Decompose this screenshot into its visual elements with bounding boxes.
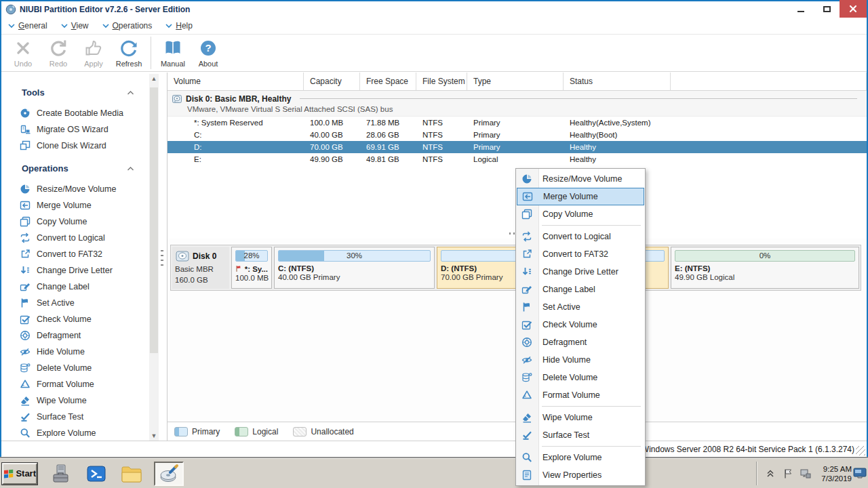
- app-icon: [5, 4, 16, 15]
- column-header-status[interactable]: Status: [564, 73, 671, 90]
- context-item-change-label[interactable]: Change Label: [516, 281, 645, 298]
- disk0-info[interactable]: Disk 0 Basic MBR 160.0 GB: [172, 247, 229, 289]
- taskbar-item-niubi-active[interactable]: [154, 462, 184, 486]
- table-row-e[interactable]: E: 49.90 GB 49.81 GB NTFS Logical Health…: [167, 153, 867, 165]
- start-button[interactable]: Start: [2, 463, 37, 485]
- minimize-button[interactable]: [788, 0, 814, 18]
- menu-help[interactable]: Help: [165, 21, 193, 30]
- apply-button[interactable]: Apply: [76, 35, 111, 71]
- close-button[interactable]: [840, 0, 867, 18]
- sidebar-item-format-volume[interactable]: Format Volume: [1, 376, 167, 392]
- format-volume-icon: [521, 390, 532, 401]
- folder-icon: [121, 464, 142, 483]
- sidebar-item-copy-volume[interactable]: Copy Volume: [1, 214, 167, 230]
- sidebar-item-set-active[interactable]: Set Active: [1, 295, 167, 311]
- server-manager-icon: [51, 464, 71, 484]
- table-row-system-reserved[interactable]: *: System Reserved 100.0 MB 71.88 MB NTF…: [167, 117, 867, 129]
- tray-clock[interactable]: 9:25 AM 7/3/2019: [821, 464, 852, 483]
- chevron-up-icon[interactable]: [127, 166, 134, 171]
- sidebar-item-create-bootable-media[interactable]: Create Bootable Media: [1, 105, 167, 121]
- taskbar-item-server-manager[interactable]: [50, 462, 73, 485]
- disk-group-subtitle: VMware, VMware Virtual S Serial Attached…: [172, 105, 867, 113]
- properties-icon: [521, 470, 532, 481]
- context-item-set-active[interactable]: Set Active: [516, 298, 645, 316]
- sidebar-item-convert-to-logical[interactable]: Convert to Logical: [1, 230, 167, 246]
- flag-icon: [20, 298, 31, 308]
- context-item-wipe-volume[interactable]: Wipe Volume: [516, 409, 645, 426]
- column-header-file-system[interactable]: File System: [416, 73, 467, 90]
- context-item-check-volume[interactable]: Check Volume: [516, 316, 645, 333]
- partition-e[interactable]: 0% E: (NTFS) 49.90 GB Logical: [671, 247, 859, 289]
- context-item-convert-to-fat32[interactable]: Convert to FAT32: [516, 245, 645, 263]
- sidebar-item-wipe-volume[interactable]: Wipe Volume: [1, 392, 167, 409]
- sidebar-item-change-drive-letter[interactable]: Change Drive Letter: [1, 262, 167, 279]
- chevron-up-icon[interactable]: [127, 90, 134, 95]
- manual-button[interactable]: Manual: [155, 35, 191, 71]
- redo-button[interactable]: Redo: [41, 35, 76, 71]
- column-header-type[interactable]: Type: [467, 73, 564, 90]
- sidebar-item-migrate-os-wizard[interactable]: Migrate OS Wizard: [1, 121, 167, 138]
- context-item-copy-volume[interactable]: Copy Volume: [516, 205, 645, 223]
- disk-size: 160.0 GB: [175, 275, 229, 285]
- context-item-convert-to-logical[interactable]: Convert to Logical: [516, 228, 645, 245]
- menu-label: View: [71, 21, 89, 30]
- delete-volume-icon: [521, 372, 532, 383]
- about-button[interactable]: ? About: [191, 35, 226, 71]
- context-item-resize-move-volume[interactable]: Resize/Move Volume: [516, 170, 645, 188]
- sidebar-item-resize-move-volume[interactable]: Resize/Move Volume: [1, 181, 167, 197]
- action-center-flag-icon[interactable]: [782, 468, 794, 480]
- context-item-explore-volume[interactable]: Explore Volume: [516, 449, 645, 466]
- sidebar-item-change-label[interactable]: Change Label: [1, 279, 167, 295]
- menu-general[interactable]: General: [8, 21, 47, 30]
- sidebar-item-clone-disk-wizard[interactable]: Clone Disk Wizard: [1, 138, 167, 154]
- context-item-delete-volume[interactable]: Delete Volume: [516, 369, 645, 386]
- sidebar-splitter[interactable]: [161, 250, 163, 268]
- sidebar-section-operations[interactable]: Operations: [22, 163, 134, 174]
- tray-expand-chevron-icon[interactable]: [764, 468, 776, 480]
- context-item-view-properties[interactable]: View Properties: [516, 466, 645, 484]
- sidebar-item-surface-test[interactable]: Surface Test: [1, 409, 167, 425]
- sidebar-item-defragment[interactable]: Defragment: [1, 327, 167, 344]
- sidebar-item-explore-volume[interactable]: Explore Volume: [1, 425, 167, 441]
- scroll-up-arrow[interactable]: ▲: [149, 74, 159, 83]
- sidebar-scrollbar[interactable]: ▲ ▼: [149, 74, 159, 441]
- context-item-change-drive-letter[interactable]: Change Drive Letter: [516, 263, 645, 281]
- context-item-merge-volume-highlighted[interactable]: Merge Volume: [517, 188, 644, 205]
- sidebar-item-merge-volume[interactable]: Merge Volume: [1, 197, 167, 214]
- taskbar-item-explorer[interactable]: [120, 462, 143, 485]
- network-icon[interactable]: [800, 468, 812, 480]
- partition-system-reserved[interactable]: 28% *: Sy... 100.0 MB: [231, 247, 272, 289]
- partition-c[interactable]: 30% C: (NTFS) 40.00 GB Primary: [274, 247, 435, 289]
- sidebar-section-tools[interactable]: Tools: [22, 87, 134, 98]
- resize-grip[interactable]: [856, 446, 865, 455]
- context-item-hide-volume[interactable]: Hide Volume: [516, 351, 645, 369]
- niubi-app-icon: [159, 464, 179, 484]
- menu-operations[interactable]: Operations: [102, 21, 153, 30]
- table-row-d-selected[interactable]: D: 70.00 GB 69.91 GB NTFS Primary Health…: [167, 141, 867, 153]
- menu-view[interactable]: View: [61, 21, 89, 30]
- maximize-button[interactable]: [814, 0, 840, 18]
- copy-volume-icon: [20, 216, 31, 227]
- context-item-surface-test[interactable]: Surface Test: [516, 426, 645, 444]
- scroll-down-arrow[interactable]: ▼: [149, 431, 159, 441]
- scrollbar-thumb[interactable]: [150, 87, 158, 353]
- column-header-free-space[interactable]: Free Space: [360, 73, 416, 90]
- column-header-capacity[interactable]: Capacity: [304, 73, 360, 90]
- sidebar-item-check-volume[interactable]: Check Volume: [1, 311, 167, 327]
- context-item-format-volume[interactable]: Format Volume: [516, 386, 645, 404]
- refresh-button[interactable]: Refresh: [111, 35, 146, 71]
- menu-separator: [542, 406, 641, 407]
- taskbar-item-powershell[interactable]: [85, 462, 108, 485]
- column-header-volume[interactable]: Volume: [167, 73, 304, 90]
- sidebar: Tools Create Bootable Media Migrate OS W…: [1, 73, 167, 441]
- context-item-defragment[interactable]: Defragment: [516, 333, 645, 351]
- undo-button[interactable]: Undo: [5, 35, 41, 71]
- sidebar-item-hide-volume[interactable]: Hide Volume: [1, 344, 167, 360]
- disk-group-row[interactable]: Disk 0: Basic MBR, Healthy VMware, VMwar…: [167, 91, 867, 117]
- title-bar[interactable]: NIUBI Partition Editor v7.2.6 - Server E…: [1, 1, 867, 18]
- display-tray-icon[interactable]: [853, 467, 867, 479]
- sidebar-item-delete-volume[interactable]: Delete Volume: [1, 360, 167, 376]
- sidebar-item-convert-to-fat32[interactable]: Convert to FAT32: [1, 246, 167, 262]
- drive-letter-icon: [521, 266, 532, 277]
- table-row-c[interactable]: C: 40.00 GB 28.06 GB NTFS Primary Health…: [167, 129, 867, 141]
